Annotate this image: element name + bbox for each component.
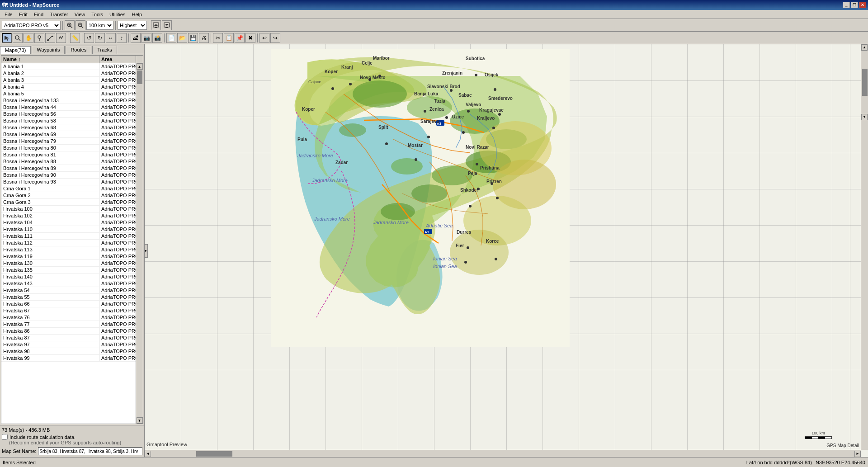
receive-from-device-button[interactable] bbox=[162, 20, 172, 30]
list-body[interactable]: Albania 1 AdriaTOPO PRO v5 Albania 2 Adr… bbox=[1, 63, 136, 424]
list-row[interactable]: Bosna i Hercegovina 69 AdriaTOPO PRO v5 bbox=[1, 131, 136, 138]
hand-tool-button[interactable]: ✋ bbox=[24, 33, 33, 43]
list-row[interactable]: Albania 2 AdriaTOPO PRO v5 bbox=[1, 70, 136, 77]
map-area[interactable]: A3 A1 bbox=[145, 44, 868, 457]
list-row[interactable]: Hrvatska 54 AdriaTOPO PRO v5 bbox=[1, 287, 136, 294]
rotate-right-button[interactable]: ↻ bbox=[95, 33, 105, 43]
select-tool-button[interactable] bbox=[2, 33, 12, 43]
list-row[interactable]: Bosna i Hercegovina 133 AdriaTOPO PRO v5 bbox=[1, 97, 136, 104]
menu-help[interactable]: Help bbox=[129, 11, 145, 18]
list-row[interactable]: Hrvatska 113 AdriaTOPO PRO v5 bbox=[1, 246, 136, 253]
list-row[interactable]: Hrvatska 112 AdriaTOPO PRO v5 bbox=[1, 240, 136, 246]
list-row[interactable]: Albania 3 AdriaTOPO PRO v5 bbox=[1, 77, 136, 84]
menu-edit[interactable]: Edit bbox=[16, 11, 30, 18]
zoom-out-button[interactable] bbox=[75, 20, 85, 30]
list-row[interactable]: Bosna i Hercegovina 81 AdriaTOPO PRO v5 bbox=[1, 151, 136, 158]
vscroll-thumb[interactable] bbox=[862, 69, 868, 96]
send-to-device-button[interactable] bbox=[151, 20, 161, 30]
list-row[interactable]: Bosna i Hercegovina 80 AdriaTOPO PRO v5 bbox=[1, 145, 136, 151]
zoom-select[interactable]: 100 km 50 km 200 km bbox=[86, 21, 113, 30]
route-tool-button[interactable] bbox=[45, 33, 55, 43]
cut-button[interactable]: ✂ bbox=[213, 33, 223, 43]
vscroll-down-button[interactable]: ▼ bbox=[861, 114, 868, 120]
list-row[interactable]: Hrvatska 98 AdriaTOPO PRO v5 bbox=[1, 348, 136, 355]
list-row[interactable]: Hrvatska 99 AdriaTOPO PRO v5 bbox=[1, 355, 136, 362]
map-set-input[interactable] bbox=[38, 447, 142, 455]
hscroll-right-button[interactable]: ► bbox=[854, 451, 861, 457]
list-row[interactable]: Hrvatska 100 AdriaTOPO PRO v5 bbox=[1, 206, 136, 212]
copy-button[interactable]: 📋 bbox=[224, 33, 234, 43]
flip-button[interactable]: ↔ bbox=[106, 33, 116, 43]
find-tool-button[interactable] bbox=[13, 33, 23, 43]
hscroll-thumb[interactable] bbox=[196, 451, 232, 457]
menu-transfer[interactable]: Transfer bbox=[47, 11, 71, 18]
list-row[interactable]: Hrvatska 77 AdriaTOPO PRO v5 bbox=[1, 321, 136, 328]
list-row[interactable]: Bosna i Hercegovina 56 AdriaTOPO PRO v5 bbox=[1, 111, 136, 118]
rotate-left-button[interactable]: ↺ bbox=[84, 33, 94, 43]
list-row[interactable]: Hrvatska 140 AdriaTOPO PRO v5 bbox=[1, 274, 136, 280]
collapse-panel-button[interactable]: ▸ bbox=[144, 244, 148, 258]
list-row[interactable]: Hrvatska 111 AdriaTOPO PRO v5 bbox=[1, 233, 136, 240]
print-button[interactable]: 🖨 bbox=[199, 33, 209, 43]
area-column-header[interactable]: Area bbox=[99, 56, 136, 63]
list-row[interactable]: Hrvatska 119 AdriaTOPO PRO v5 bbox=[1, 253, 136, 260]
redo-button[interactable]: ↪ bbox=[270, 33, 280, 43]
track-tool-button[interactable] bbox=[56, 33, 66, 43]
new-button[interactable]: 📄 bbox=[166, 33, 176, 43]
map-horizontal-scrollbar[interactable]: ◄ ► bbox=[145, 450, 861, 457]
menu-tools[interactable]: Tools bbox=[89, 11, 106, 18]
scroll-thumb[interactable] bbox=[137, 71, 142, 84]
restore-button[interactable]: ❐ bbox=[851, 2, 858, 8]
list-row[interactable]: Bosna i Hercegovina 90 AdriaTOPO PRO v5 bbox=[1, 172, 136, 179]
open-button[interactable]: 📂 bbox=[177, 33, 187, 43]
menu-find[interactable]: Find bbox=[31, 11, 46, 18]
detail-select[interactable]: Highest High Medium Low Lowest bbox=[118, 21, 147, 30]
vscroll-up-button[interactable]: ▲ bbox=[861, 44, 868, 51]
tab-routes[interactable]: Routes bbox=[66, 46, 91, 54]
list-row[interactable]: Bosna i Hercegovina 88 AdriaTOPO PRO v5 bbox=[1, 158, 136, 165]
waypoint-tool-button[interactable] bbox=[34, 33, 44, 43]
measure-tool-button[interactable]: 📏 bbox=[70, 33, 80, 43]
list-row[interactable]: Bosna i Hercegovina 44 AdriaTOPO PRO v5 bbox=[1, 104, 136, 111]
list-row[interactable]: Bosna i Hercegovina 58 AdriaTOPO PRO v5 bbox=[1, 118, 136, 124]
save-button[interactable]: 💾 bbox=[188, 33, 198, 43]
list-row[interactable]: Hrvatska 104 AdriaTOPO PRO v5 bbox=[1, 219, 136, 226]
list-row[interactable]: Albania 4 AdriaTOPO PRO v5 bbox=[1, 84, 136, 90]
menu-view[interactable]: View bbox=[72, 11, 88, 18]
delete-button[interactable]: ✖ bbox=[245, 33, 255, 43]
list-row[interactable]: Hrvatska 66 AdriaTOPO PRO v5 bbox=[1, 301, 136, 307]
include-route-checkbox[interactable] bbox=[2, 434, 8, 440]
tab-waypoints[interactable]: Waypoints bbox=[32, 46, 65, 54]
menu-utilities[interactable]: Utilities bbox=[107, 11, 128, 18]
vscroll-track[interactable] bbox=[861, 69, 868, 96]
undo-button[interactable]: ↩ bbox=[259, 33, 269, 43]
list-row[interactable]: Bosna i Hercegovina 93 AdriaTOPO PRO v5 bbox=[1, 179, 136, 185]
list-row[interactable]: Hrvatska 55 AdriaTOPO PRO v5 bbox=[1, 294, 136, 301]
tab-maps[interactable]: Maps(73) bbox=[0, 46, 31, 54]
list-row[interactable]: Hrvatska 86 AdriaTOPO PRO v5 bbox=[1, 328, 136, 335]
list-row[interactable]: Hrvatska 102 AdriaTOPO PRO v5 bbox=[1, 212, 136, 219]
list-row[interactable]: Hrvatska 143 AdriaTOPO PRO v5 bbox=[1, 280, 136, 287]
list-row[interactable]: Crna Gora 1 AdriaTOPO PRO v5 bbox=[1, 185, 136, 192]
map-vertical-scrollbar[interactable]: ▲ ▼ bbox=[861, 44, 868, 450]
list-row[interactable]: Crna Gora 2 AdriaTOPO PRO v5 bbox=[1, 192, 136, 199]
scroll-down-button[interactable]: ▼ bbox=[137, 417, 143, 424]
list-row[interactable]: Bosna i Hercegovina 89 AdriaTOPO PRO v5 bbox=[1, 165, 136, 172]
scroll-up-button[interactable]: ▲ bbox=[137, 63, 143, 70]
device-select[interactable]: AdriaTOPO PRO v5 bbox=[2, 21, 61, 30]
mirror-button[interactable]: ↕ bbox=[117, 33, 127, 43]
tab-tracks[interactable]: Tracks bbox=[92, 46, 117, 54]
title-bar-controls[interactable]: _ ❐ ✕ bbox=[843, 2, 866, 8]
list-row[interactable]: Hrvatska 110 AdriaTOPO PRO v5 bbox=[1, 226, 136, 233]
list-row[interactable]: Albania 5 AdriaTOPO PRO v5 bbox=[1, 90, 136, 97]
list-row[interactable]: Hrvatska 67 AdriaTOPO PRO v5 bbox=[1, 307, 136, 314]
menu-file[interactable]: File bbox=[2, 11, 15, 18]
list-row[interactable]: Hrvatska 97 AdriaTOPO PRO v5 bbox=[1, 341, 136, 348]
scrollbar[interactable]: ▲ ▼ bbox=[136, 63, 143, 424]
hscroll-left-button[interactable]: ◄ bbox=[145, 451, 151, 457]
list-row[interactable]: Hrvatska 87 AdriaTOPO PRO v5 bbox=[1, 335, 136, 341]
camera2-button[interactable]: 📸 bbox=[152, 33, 162, 43]
minimize-button[interactable]: _ bbox=[843, 2, 850, 8]
close-button[interactable]: ✕ bbox=[859, 2, 866, 8]
scroll-track[interactable] bbox=[137, 70, 143, 417]
